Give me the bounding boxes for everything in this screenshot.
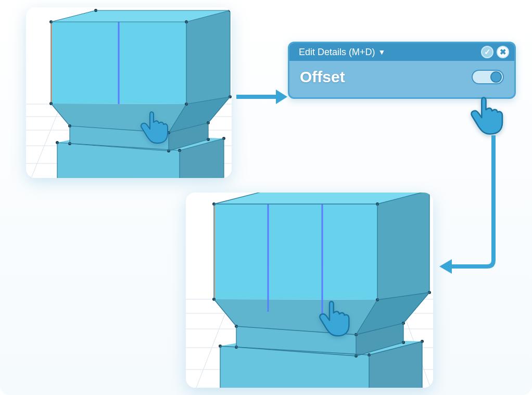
panel-header[interactable]: Edit Details (M+D) ▼ ✓ ✖: [289, 43, 514, 61]
offset-toggle[interactable]: [472, 70, 504, 84]
chevron-down-icon: ▼: [378, 48, 386, 56]
svg-marker-31: [276, 90, 287, 104]
svg-marker-43: [377, 193, 429, 300]
viewport-after[interactable]: [186, 193, 433, 388]
arrow-right-icon: [235, 87, 287, 106]
toggle-knob: [490, 71, 502, 83]
offset-label: Offset: [300, 68, 472, 86]
pointer-hand-icon: [470, 91, 506, 137]
arrow-elbow-icon: [437, 135, 510, 281]
close-button[interactable]: ✖: [497, 46, 509, 58]
pointer-hand-icon: [140, 108, 171, 144]
pointer-hand-icon: [318, 297, 352, 337]
svg-marker-32: [439, 259, 452, 274]
svg-marker-10: [186, 10, 230, 104]
panel-title: Edit Details (M+D): [299, 47, 375, 58]
viewport-before[interactable]: [26, 7, 232, 178]
confirm-button[interactable]: ✓: [481, 46, 493, 58]
svg-marker-42: [214, 204, 377, 300]
tutorial-diagram: Edit Details (M+D) ▼ ✓ ✖ Offset: [0, 0, 532, 395]
edit-details-panel: Edit Details (M+D) ▼ ✓ ✖ Offset: [288, 42, 516, 99]
